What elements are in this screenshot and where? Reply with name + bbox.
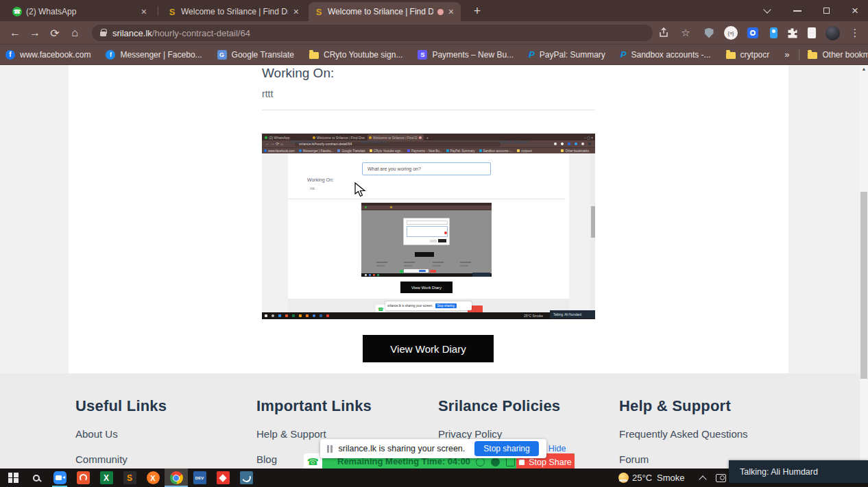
weather-temp[interactable]: 25°C [632, 473, 652, 483]
stop-sharing-button[interactable]: Stop sharing [474, 441, 538, 456]
extension-blue-square-icon[interactable] [745, 25, 760, 40]
extension-shield-icon[interactable] [701, 25, 716, 40]
mini-nav-icons: ← → ⟳ ⌂ [265, 141, 283, 146]
mini-ext-icon [575, 142, 577, 145]
nested-view-work-diary [415, 252, 434, 257]
tab-srilance-2-active[interactable]: S Welcome to Srilance | Find D × [309, 2, 461, 21]
messenger-icon: f [106, 50, 115, 60]
mini-divider [288, 199, 566, 199]
bookmark-cryto-youtube[interactable]: CRyto Youtube sign... [309, 50, 402, 60]
folder-icon [726, 52, 736, 59]
taskbar-chrome[interactable] [167, 471, 185, 485]
screen: ☎ (2) WhatsApp × S Welcome to Srilance |… [0, 0, 868, 487]
taskbar-dev-cpp[interactable]: DEV [191, 471, 208, 485]
view-work-diary-button[interactable]: View Work Diary [363, 335, 494, 362]
tab-srilance-1[interactable]: S Welcome to Srilance | Find Dream × [162, 2, 306, 21]
footer-link-forum[interactable]: Forum [619, 453, 649, 465]
menu-kebab-icon[interactable]: ⋮ [847, 25, 863, 40]
share-button[interactable] [656, 25, 671, 40]
weather-widget[interactable] [614, 471, 632, 485]
bookmark-messenger[interactable]: f Messenger | Facebo... [106, 50, 202, 60]
avatar [825, 26, 840, 40]
mini-whatsapp-favicon [265, 136, 267, 139]
battery-icon [770, 27, 777, 38]
footer-link-blog[interactable]: Blog [256, 453, 277, 465]
footer-link-help-support[interactable]: Help & Support [256, 428, 326, 440]
taskbar-search[interactable] [27, 471, 45, 485]
start-button[interactable] [4, 471, 22, 485]
taskbar-zoom-app[interactable] [51, 471, 69, 485]
nested-modal [403, 218, 450, 245]
tab-close-icon[interactable]: × [447, 6, 455, 17]
footer-link-community[interactable]: Community [75, 453, 128, 465]
tab-close-icon[interactable]: × [140, 6, 148, 17]
reload-button[interactable]: ⟳ [45, 23, 64, 42]
pause-icon [327, 445, 333, 453]
tab-whatsapp[interactable]: ☎ (2) WhatsApp × [7, 2, 154, 21]
close-window-button[interactable]: × [843, 0, 867, 21]
mini-working-on-value: rttt [310, 186, 315, 190]
forward-button[interactable]: → [25, 23, 45, 42]
tray-expand-chevron[interactable] [694, 471, 712, 485]
hide-link[interactable]: Hide [548, 444, 566, 453]
chrome-icon [170, 471, 183, 484]
taskbar-xampp[interactable]: X [144, 471, 162, 485]
back-button[interactable]: ← [5, 23, 25, 42]
bookmark-paypal-summary[interactable]: P PayPal: Summary [529, 49, 605, 60]
tab-search-chevron[interactable] [756, 0, 779, 21]
bookmarks-bar: f www.facebook.com f Messenger | Facebo.… [0, 44, 868, 65]
footer-link-privacy-policy[interactable]: Privacy Policy [438, 428, 502, 440]
restore-button[interactable] [815, 0, 838, 21]
new-tab-button[interactable]: + [469, 3, 485, 20]
side-panel-icon[interactable] [804, 25, 819, 40]
other-bookmarks-label: Other bookmarks [822, 50, 868, 60]
talking-popup: Talking: Ali Humdard [729, 460, 868, 483]
footer-link-about-us[interactable]: About Us [75, 428, 118, 440]
minimize-icon [793, 10, 801, 12]
mini-recording-dot [419, 136, 422, 139]
browser-toolbar: ← → ⟳ ⌂ srilance.lk /hourly-contract-det… [0, 21, 868, 44]
scrollbar-thumb[interactable] [860, 192, 867, 379]
footer-link-faq[interactable]: Frequently Asked Questions [619, 428, 748, 440]
bookmark-star-icon[interactable]: ☆ [678, 25, 693, 40]
extension-battery-icon[interactable] [766, 25, 781, 40]
other-bookmarks[interactable]: Other bookmarks [808, 50, 868, 60]
bookmark-crytpocr[interactable]: crytpocr [726, 50, 770, 60]
extensions-puzzle-icon[interactable] [784, 25, 799, 40]
tray-display-icon[interactable] [712, 471, 730, 485]
tab-title: Welcome to Srilance | Find D [328, 7, 433, 16]
puzzle-icon [786, 27, 798, 39]
taskbar-excel[interactable]: X [97, 471, 115, 485]
bookmark-google-translate[interactable]: G Google Translate [217, 50, 294, 60]
bookmarks-overflow-chevron[interactable]: » [784, 49, 789, 60]
monitor-icon [716, 474, 726, 482]
minimize-button[interactable] [786, 0, 809, 21]
taskbar-red-app[interactable] [214, 471, 232, 485]
bookmark-sandbox-accounts[interactable]: P Sandbox accounts -... [620, 49, 711, 60]
url-host: srilance.lk [112, 28, 152, 38]
taskbar-sublime[interactable]: S [121, 471, 138, 485]
meeting-more-icon[interactable] [506, 458, 515, 466]
bookmark-label: crytpocr [740, 50, 770, 60]
mini-ext-icon [561, 142, 564, 145]
taskbar-recorder-app[interactable] [74, 471, 92, 485]
lock-icon[interactable] [100, 32, 106, 36]
extension-braces-icon[interactable]: {≡} [723, 25, 738, 40]
sublime-icon: S [123, 471, 136, 484]
address-bar[interactable]: srilance.lk /hourly-contract-detail/64 [92, 25, 653, 41]
scroll-up-arrow[interactable]: ▲ [860, 66, 868, 71]
bookmark-facebook[interactable]: f www.facebook.com [5, 50, 91, 60]
tab-close-icon[interactable]: × [292, 6, 300, 17]
meeting-mic-icon[interactable] [476, 458, 485, 466]
taskbar-winscp[interactable] [237, 471, 255, 485]
mini-view-work-diary-button: View Work Diary [400, 282, 453, 293]
whatsapp-favicon: ☎ [12, 7, 22, 16]
bookmark-payments[interactable]: S Payments – New Bu... [418, 50, 514, 60]
home-button[interactable]: ⌂ [65, 23, 84, 42]
profile-avatar[interactable] [825, 25, 840, 40]
mini-tab: Welcome to Srilance | Find Dream [311, 134, 365, 140]
meeting-video-icon[interactable] [491, 458, 500, 466]
page-scrollbar[interactable]: ▲ [860, 65, 868, 469]
weather-condition[interactable]: Smoke [657, 473, 684, 483]
ring-icon [747, 27, 758, 38]
